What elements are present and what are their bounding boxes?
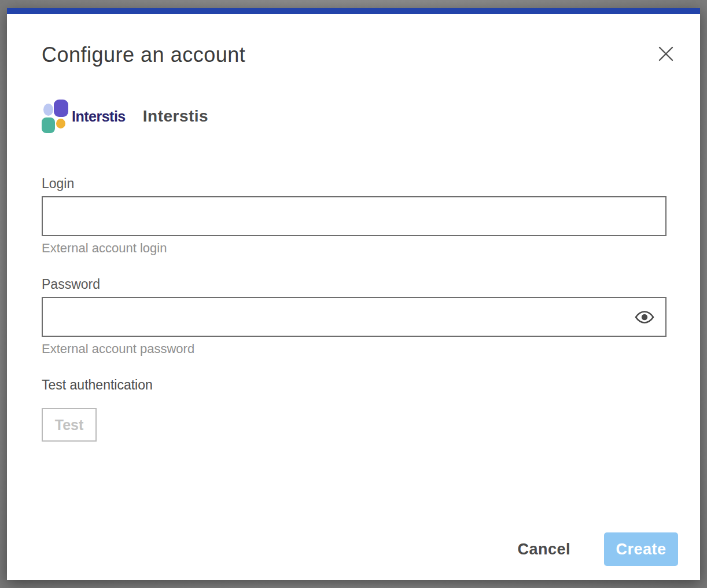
close-icon (657, 45, 675, 63)
interstis-logo-icon (42, 100, 68, 133)
login-label: Login (42, 176, 667, 192)
create-button[interactable]: Create (604, 532, 678, 566)
dialog-title: Configure an account (42, 43, 667, 67)
test-button[interactable]: Test (42, 408, 97, 442)
interstis-logo-wordmark: Interstis (72, 108, 126, 125)
test-authentication-section: Test authentication Test (42, 377, 667, 442)
dialog-footer: Cancel Create (517, 532, 678, 566)
interstis-logo: Interstis (42, 100, 126, 133)
provider-name: Interstis (143, 107, 208, 126)
configure-account-dialog: Configure an account Interstis Intersti (7, 8, 700, 580)
eye-icon (635, 310, 654, 324)
password-input[interactable] (42, 297, 667, 337)
test-authentication-label: Test authentication (42, 377, 667, 393)
login-field-group: Login External account login (42, 176, 667, 256)
password-label: Password (42, 277, 667, 292)
dialog-body: Configure an account Interstis Intersti (7, 14, 700, 580)
cancel-button[interactable]: Cancel (517, 541, 570, 558)
password-hint: External account password (42, 341, 667, 357)
login-hint: External account login (42, 241, 667, 256)
provider-row: Interstis Interstis (42, 100, 667, 133)
login-input[interactable] (42, 196, 667, 236)
close-button[interactable] (656, 44, 676, 64)
toggle-password-visibility-button[interactable] (634, 308, 655, 326)
password-field-group: Password External account password (42, 277, 667, 357)
